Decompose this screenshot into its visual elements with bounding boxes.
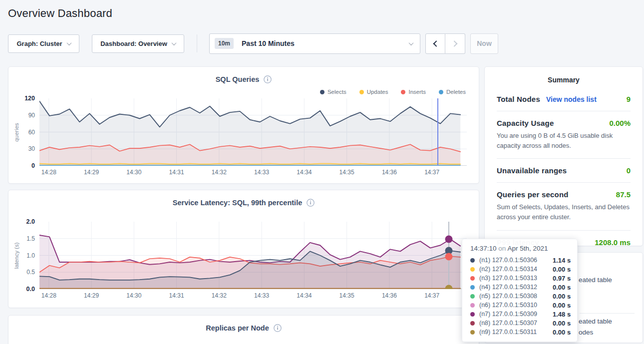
- x-axis-ticks: 14:2814:2914:3014:3114:3214:3314:3414:35…: [39, 166, 467, 180]
- y-tick-label: 90: [28, 112, 35, 119]
- tooltip-node-row: (n7) 127.0.0.1:503091.48 s: [470, 310, 571, 319]
- event-item-text: eated table: [579, 276, 612, 284]
- hover-point-dot: [445, 285, 453, 289]
- node-address: (n1) 127.0.0.1:50306: [479, 257, 553, 264]
- chevron-down-icon: [409, 40, 414, 45]
- chart-title: SQL Queries: [216, 75, 260, 83]
- y-tick-label: 1.0: [26, 252, 35, 259]
- x-tick-label: 14:30: [126, 292, 141, 299]
- info-icon[interactable]: [264, 75, 272, 83]
- legend-row: SelectsUpdatesInsertsDeletes: [8, 85, 479, 98]
- capacity-usage-description: You are using 0 B of 4.5 GiB usable disk…: [497, 131, 631, 151]
- legend-item-inserts[interactable]: Inserts: [401, 89, 426, 95]
- time-range-selector[interactable]: 10m Past 10 Minutes: [209, 33, 420, 54]
- x-tick-label: 14:33: [254, 169, 269, 176]
- chart-legend: SelectsUpdatesInsertsDeletes: [320, 89, 466, 95]
- chevron-down-icon: [66, 40, 71, 45]
- service-latency-card: Service Latency: SQL, 99th percentile la…: [8, 190, 479, 308]
- chart-canvas: [39, 222, 467, 289]
- hover-point-dot: [445, 253, 453, 260]
- tooltip-timestamp: 14:37:10 on Apr 5th, 2021: [470, 245, 571, 252]
- hover-point-dot: [445, 236, 453, 243]
- divider: [497, 158, 631, 159]
- sql-queries-plot[interactable]: queries 0306090120: [39, 98, 467, 166]
- p99-latency-value: 1208.0 ms: [595, 238, 631, 247]
- graph-scope-dropdown[interactable]: Graph: Cluster: [8, 34, 79, 53]
- x-tick-label: 14:31: [169, 292, 184, 299]
- replicas-per-node-card: Replicas per Node: [8, 315, 479, 344]
- time-range-badge: 10m: [215, 38, 234, 49]
- page-title: Overview Dashboard: [8, 7, 112, 20]
- controls-bar: Graph: Cluster Dashboard: Overview 10m P…: [8, 33, 498, 54]
- event-item-text: odes: [579, 329, 593, 336]
- node-address: (n3) 127.0.0.1:50313: [479, 275, 553, 282]
- node-latency-value: 1.48 s: [553, 311, 571, 318]
- replicas-per-node-header: Replicas per Node: [8, 322, 479, 334]
- node-address: (n4) 127.0.0.1:50312: [479, 284, 553, 291]
- time-prev-button[interactable]: [425, 33, 445, 54]
- hover-crosshair-line: [437, 98, 438, 166]
- y-axis-label: queries: [13, 123, 19, 142]
- x-tick-label: 14:34: [297, 292, 312, 299]
- x-tick-label: 14:29: [84, 292, 99, 299]
- node-address: (n6) 127.0.0.1:50310: [479, 302, 553, 309]
- chart-title: Service Latency: SQL, 99th percentile: [173, 199, 303, 207]
- node-latency-value: 0.00 s: [553, 320, 571, 327]
- divider: [497, 230, 631, 231]
- node-color-dot-icon: [470, 303, 475, 308]
- graph-scope-dropdown-label: Graph: Cluster: [16, 40, 62, 47]
- service-latency-plot[interactable]: latency (s) 0.00.51.01.52.0: [39, 222, 467, 289]
- x-tick-label: 14:37: [424, 169, 439, 176]
- view-nodes-list-link[interactable]: View nodes list: [546, 95, 597, 103]
- now-button[interactable]: Now: [470, 33, 498, 54]
- legend-item-selects[interactable]: Selects: [320, 89, 346, 95]
- capacity-usage-value: 0.00%: [609, 119, 631, 127]
- queries-per-second-description: Sum of Selects, Updates, Inserts, and De…: [497, 202, 631, 222]
- unavailable-ranges-value: 0: [627, 166, 631, 175]
- tooltip-node-row: (n9) 127.0.0.1:503110.00 s: [470, 328, 571, 337]
- event-item-text: eated table: [579, 318, 612, 325]
- summary-title: Summary: [497, 76, 631, 84]
- chart-title: Replicas per Node: [206, 324, 269, 332]
- node-latency-value: 0.00 s: [553, 266, 571, 273]
- y-tick-label: 0.5: [26, 269, 35, 276]
- capacity-usage-row: Capacity Usage 0.00%: [497, 119, 631, 127]
- tooltip-rows: (n1) 127.0.0.1:503061.14 s(n2) 127.0.0.1…: [470, 256, 571, 337]
- tooltip-node-row: (n6) 127.0.0.1:503100.00 s: [470, 301, 571, 310]
- total-nodes-label: Total Nodes: [497, 95, 540, 103]
- info-icon[interactable]: [274, 324, 282, 332]
- plot-region: [39, 222, 467, 289]
- node-address: (n8) 127.0.0.1:50307: [479, 320, 553, 327]
- node-address: (n7) 127.0.0.1:50309: [479, 311, 553, 318]
- queries-per-second-value: 87.5: [616, 190, 631, 199]
- x-tick-label: 14:35: [339, 292, 354, 299]
- capacity-usage-label: Capacity Usage: [497, 119, 554, 127]
- x-tick-label: 14:35: [339, 169, 354, 176]
- tooltip-date: Apr 5th, 2021: [507, 245, 548, 252]
- x-tick-label: 14:30: [126, 169, 141, 176]
- legend-label: Inserts: [408, 89, 426, 95]
- queries-per-second-row: Queries per second 87.5: [497, 190, 631, 199]
- node-color-dot-icon: [470, 285, 475, 290]
- tooltip-node-row: (n1) 127.0.0.1:503061.14 s: [470, 256, 571, 265]
- chevron-down-icon: [171, 40, 176, 45]
- total-nodes-row: Total Nodes View nodes list 9: [497, 95, 631, 103]
- node-color-dot-icon: [470, 312, 475, 317]
- tooltip-node-row: (n5) 127.0.0.1:503080.00 s: [470, 292, 571, 301]
- x-tick-label: 14:28: [41, 169, 56, 176]
- legend-item-deletes[interactable]: Deletes: [439, 89, 466, 95]
- info-icon[interactable]: [307, 199, 315, 207]
- dashboard-dropdown[interactable]: Dashboard: Overview: [92, 34, 184, 53]
- x-tick-label: 14:36: [382, 169, 397, 176]
- x-tick-label: 14:33: [254, 292, 269, 299]
- divider: [497, 111, 631, 111]
- legend-label: Updates: [367, 89, 388, 95]
- divider: [580, 313, 635, 314]
- legend-item-updates[interactable]: Updates: [359, 89, 388, 95]
- y-axis-label: latency (s): [13, 242, 19, 269]
- node-address: (n5) 127.0.0.1:50308: [479, 293, 553, 300]
- service-latency-header: Service Latency: SQL, 99th percentile: [8, 197, 479, 209]
- tooltip-on: on: [498, 245, 506, 252]
- time-next-button[interactable]: [445, 33, 465, 54]
- node-latency-value: 0.00 s: [553, 293, 571, 300]
